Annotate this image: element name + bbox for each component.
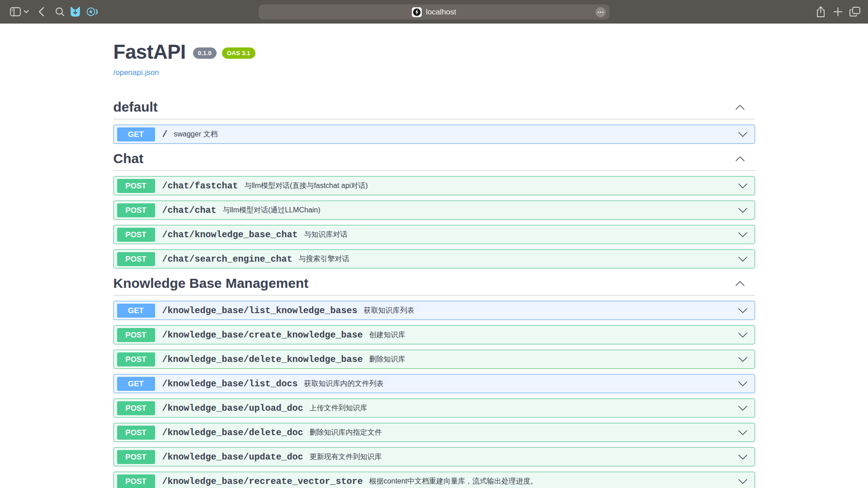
section-header-knowledge-base[interactable]: Knowledge Base Management <box>113 275 755 296</box>
endpoint-path: /knowledge_base/delete_doc <box>162 427 303 438</box>
endpoint-path: /knowledge_base/upload_doc <box>162 403 303 413</box>
extension-bookmark-icon[interactable] <box>70 6 80 17</box>
method-badge: GET <box>117 377 155 391</box>
method-badge: GET <box>117 304 155 318</box>
method-badge: POST <box>117 426 155 440</box>
endpoint-path: /knowledge_base/recreate_vector_store <box>162 476 363 487</box>
endpoint-summary: swagger 文档 <box>174 130 738 139</box>
method-badge: POST <box>117 474 155 488</box>
chevron-down-icon[interactable] <box>738 207 748 213</box>
endpoint-row-create-knowledge-base[interactable]: POST /knowledge_base/create_knowledge_ba… <box>113 325 755 344</box>
method-badge: POST <box>117 328 155 342</box>
chevron-down-icon[interactable] <box>738 405 748 411</box>
openapi-spec-link[interactable]: /openapi.json <box>113 68 159 77</box>
endpoint-path: /chat/knowledge_base_chat <box>162 230 298 240</box>
chevron-down-icon[interactable] <box>738 479 748 484</box>
chevron-down-icon[interactable] <box>24 10 29 14</box>
endpoint-summary: 获取知识库内的文件列表 <box>304 379 738 389</box>
chevron-down-icon[interactable] <box>738 332 748 338</box>
address-bar[interactable]: localhost <box>259 5 609 19</box>
chevron-down-icon[interactable] <box>738 256 748 262</box>
endpoint-row-delete-doc[interactable]: POST /knowledge_base/delete_doc 删除知识库内指定… <box>113 423 755 442</box>
chevron-down-icon[interactable] <box>738 381 748 387</box>
chevron-down-icon[interactable] <box>738 232 748 238</box>
chevron-down-icon[interactable] <box>738 308 748 314</box>
endpoint-path: / <box>162 129 168 140</box>
ellipsis-icon[interactable] <box>595 7 606 17</box>
section-title: Knowledge Base Management <box>113 275 735 291</box>
method-badge: POST <box>117 203 155 217</box>
endpoint-path: /knowledge_base/update_doc <box>162 452 303 462</box>
section-header-chat[interactable]: Chat <box>113 150 755 171</box>
back-icon[interactable] <box>38 7 44 17</box>
method-badge: POST <box>117 450 155 464</box>
method-badge: POST <box>117 228 155 242</box>
endpoint-path: /knowledge_base/list_knowledge_bases <box>162 305 358 316</box>
endpoint-path: /chat/search_engine_chat <box>162 254 292 264</box>
share-icon[interactable] <box>816 6 826 18</box>
endpoint-summary: 与知识库对话 <box>304 230 738 239</box>
chevron-down-icon[interactable] <box>738 430 748 436</box>
endpoint-row-chat-fastchat[interactable]: POST /chat/fastchat 与llm模型对话(直接与fastchat… <box>113 176 755 195</box>
method-badge: POST <box>117 179 155 193</box>
endpoint-summary: 获取知识库列表 <box>364 306 738 315</box>
version-badge: 0.1.0 <box>193 47 217 59</box>
browser-toolbar: localhost <box>0 0 868 23</box>
search-icon[interactable] <box>55 7 65 16</box>
method-badge: POST <box>117 352 155 366</box>
chevron-down-icon[interactable] <box>738 357 748 362</box>
sidebar-toggle-icon[interactable] <box>10 7 21 16</box>
endpoint-summary: 创建知识库 <box>369 330 738 340</box>
api-title-block: FastAPI 0.1.0 OAS 3.1 <box>113 40 755 64</box>
endpoint-summary: 与llm模型对话(直接与fastchat api对话) <box>245 181 738 191</box>
section-title: Chat <box>113 150 735 167</box>
endpoint-path: /chat/fastchat <box>162 181 238 191</box>
endpoint-path: /knowledge_base/create_knowledge_base <box>162 330 363 340</box>
endpoint-row-list-docs[interactable]: GET /knowledge_base/list_docs 获取知识库内的文件列… <box>113 374 755 393</box>
chevron-up-icon[interactable] <box>735 156 745 162</box>
endpoint-row-recreate-vector-store[interactable]: POST /knowledge_base/recreate_vector_sto… <box>113 472 755 488</box>
endpoint-path: /knowledge_base/list_docs <box>162 379 298 389</box>
endpoint-summary: 上传文件到知识库 <box>310 404 738 413</box>
tab-overview-icon[interactable] <box>849 7 860 17</box>
address-url: localhost <box>426 8 456 17</box>
endpoint-row-update-doc[interactable]: POST /knowledge_base/update_doc 更新现有文件到知… <box>113 447 755 466</box>
endpoint-row-knowledge-base-chat[interactable]: POST /chat/knowledge_base_chat 与知识库对话 <box>113 225 755 244</box>
new-tab-icon[interactable] <box>833 7 843 16</box>
chevron-up-icon[interactable] <box>735 104 745 110</box>
chevron-down-icon[interactable] <box>738 183 748 189</box>
endpoint-row-upload-doc[interactable]: POST /knowledge_base/upload_doc 上传文件到知识库 <box>113 399 755 418</box>
endpoint-path: /chat/chat <box>162 205 217 216</box>
section-title: default <box>113 99 735 115</box>
method-badge: POST <box>117 401 155 415</box>
chevron-up-icon[interactable] <box>735 281 745 286</box>
method-badge: POST <box>117 252 155 266</box>
swagger-page: FastAPI 0.1.0 OAS 3.1 /openapi.json defa… <box>0 23 868 488</box>
method-badge: GET <box>117 127 155 141</box>
endpoint-summary: 更新现有文件到知识库 <box>310 452 738 462</box>
site-favicon <box>412 7 422 17</box>
endpoint-summary: 删除知识库内指定文件 <box>310 428 738 437</box>
endpoint-path: /knowledge_base/delete_knowledge_base <box>162 354 363 365</box>
endpoint-summary: 根据content中文档重建向量库，流式输出处理进度。 <box>369 477 738 486</box>
chevron-down-icon[interactable] <box>738 131 748 137</box>
endpoint-row-get-root[interactable]: GET / swagger 文档 <box>113 125 755 144</box>
page-title: FastAPI <box>113 40 186 64</box>
extension-rings-icon[interactable] <box>86 7 98 17</box>
endpoint-row-search-engine-chat[interactable]: POST /chat/search_engine_chat 与搜索引擎对话 <box>113 249 755 268</box>
chevron-down-icon[interactable] <box>738 454 748 460</box>
endpoint-row-list-knowledge-bases[interactable]: GET /knowledge_base/list_knowledge_bases… <box>113 301 755 320</box>
section-header-default[interactable]: default <box>113 99 755 119</box>
endpoint-row-delete-knowledge-base[interactable]: POST /knowledge_base/delete_knowledge_ba… <box>113 350 755 369</box>
endpoint-summary: 删除知识库 <box>369 355 738 364</box>
endpoint-summary: 与搜索引擎对话 <box>299 254 738 264</box>
oas-badge: OAS 3.1 <box>222 47 255 59</box>
endpoint-row-chat-chat[interactable]: POST /chat/chat 与llm模型对话(通过LLMChain) <box>113 201 755 220</box>
endpoint-summary: 与llm模型对话(通过LLMChain) <box>223 206 738 215</box>
